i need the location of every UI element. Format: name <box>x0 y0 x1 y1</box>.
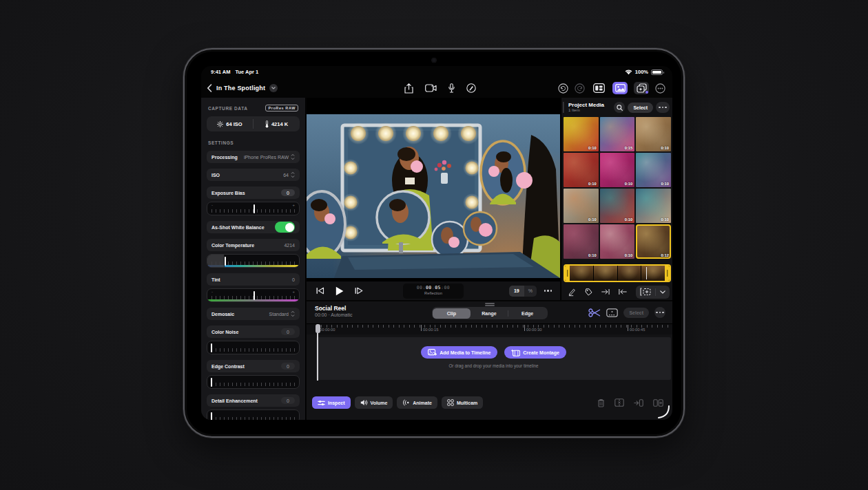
color-temp-value[interactable]: 4214 <box>284 243 295 248</box>
media-select-button[interactable]: Select <box>628 103 653 113</box>
redo-icon[interactable] <box>575 83 585 94</box>
color-temp-slider[interactable] <box>207 254 300 268</box>
media-thumb-pink-sweater[interactable]: 0:15 <box>600 117 635 151</box>
media-thumb-teal-room-trio[interactable]: 0:10 <box>636 153 671 187</box>
media-search-button[interactable] <box>614 102 625 113</box>
pencil-tool-icon[interactable] <box>466 83 476 93</box>
inspect-button[interactable]: Inspect <box>312 396 351 409</box>
edge-contrast-value[interactable]: 0 <box>281 363 295 370</box>
iso-row[interactable]: ISO 64 <box>207 169 300 181</box>
media-thumb-vanity-mirror[interactable]: 0:12 <box>636 224 671 259</box>
timeline-more-button[interactable] <box>654 307 665 318</box>
create-montage-button[interactable]: Create Montage <box>504 346 566 359</box>
clip-duration: 0:10 <box>661 146 669 150</box>
exposure-bias-value[interactable]: 0 <box>281 189 295 196</box>
timeline-ruler[interactable]: 00:00:0000:00:1500:00:3000:00:45 <box>307 323 672 334</box>
viewer-more-icon[interactable] <box>544 290 552 292</box>
minus-sign: - <box>211 203 213 207</box>
animate-button[interactable]: Animate <box>397 396 437 409</box>
media-thumb-motel-sign[interactable]: 0:10 <box>600 189 635 223</box>
media-panel-title: Project Media <box>568 102 604 108</box>
media-thumb-magenta-portrait[interactable]: 0:10 <box>600 153 635 187</box>
viewer-zoom-control[interactable]: 19 % <box>509 286 537 297</box>
append-clip-icon[interactable] <box>601 288 610 295</box>
detail-enhancement-value[interactable]: 0 <box>281 397 295 404</box>
white-balance-toggle[interactable] <box>275 222 295 233</box>
mic-icon[interactable] <box>448 83 455 93</box>
media-thumb-closeup-smile[interactable]: 0:10 <box>564 153 599 187</box>
effects-panel-button[interactable] <box>634 82 649 94</box>
trim-handle-left[interactable] <box>565 266 570 281</box>
playhead[interactable] <box>317 324 318 381</box>
play-icon[interactable] <box>335 286 344 296</box>
sun-icon <box>217 121 223 127</box>
slider-handle[interactable] <box>254 291 255 300</box>
color-noise-slider[interactable] <box>207 341 300 354</box>
add-media-button[interactable]: Add Media to Timeline <box>421 346 497 359</box>
scissors-icon[interactable] <box>588 308 601 317</box>
processing-row[interactable]: Processing iPhone ProRes RAW <box>207 151 300 163</box>
slider-handle[interactable] <box>254 204 255 213</box>
tint-slider[interactable]: - + <box>207 288 300 302</box>
trim-handle-right[interactable] <box>665 266 670 281</box>
montage-icon <box>511 349 520 356</box>
wb-capture-button[interactable]: 4214 K <box>254 116 300 131</box>
battery-icon <box>651 70 663 75</box>
tint-label: Tint <box>211 277 220 282</box>
step-forward-icon[interactable] <box>355 287 363 295</box>
volume-button[interactable]: Volume <box>355 396 393 409</box>
clip-appearance-icon[interactable] <box>606 308 618 317</box>
video-viewer[interactable] <box>307 98 560 281</box>
edge-contrast-slider[interactable] <box>207 375 300 389</box>
multicam-button[interactable]: Multicam <box>442 396 483 409</box>
slider-handle[interactable] <box>211 378 212 387</box>
tag-icon[interactable] <box>585 288 592 297</box>
delete-icon[interactable] <box>597 398 605 407</box>
undo-icon[interactable] <box>558 83 568 94</box>
project-title[interactable]: In The Spotlight <box>216 85 265 92</box>
volume-label: Volume <box>371 401 388 405</box>
blade-icon[interactable] <box>614 398 624 407</box>
demosaic-row[interactable]: Demosaic Standard <box>207 308 300 320</box>
exposure-bias-slider[interactable]: - + <box>207 202 300 215</box>
media-thumb-motel-dance[interactable]: 0:10 <box>564 189 599 223</box>
mode-edge[interactable]: Edge <box>508 308 546 319</box>
browser-panel-button[interactable] <box>591 82 606 94</box>
timeline-select-button[interactable]: Select <box>623 308 649 318</box>
color-noise-label: Color Noise <box>211 330 238 334</box>
title-menu-button[interactable] <box>269 84 278 92</box>
slider-handle[interactable] <box>225 257 226 266</box>
overwrite-clip-button[interactable] <box>636 286 655 299</box>
detail-enhancement-row: Detail Enhancement 0 <box>207 394 300 407</box>
capture-data-buttons: 64 ISO 4214 K <box>207 116 300 131</box>
edit-options-button[interactable] <box>656 286 670 299</box>
back-icon[interactable] <box>207 84 212 92</box>
tint-value[interactable]: 0 <box>292 277 295 282</box>
timeline-resize-handle[interactable] <box>485 303 495 306</box>
mode-clip[interactable]: Clip <box>433 308 471 319</box>
media-thumb-floral-bedroom[interactable]: 0:10 <box>564 224 599 259</box>
slider-handle[interactable] <box>211 343 212 352</box>
slider-handle[interactable] <box>211 412 212 420</box>
color-noise-value[interactable]: 0 <box>281 328 295 335</box>
insert-edit-icon[interactable] <box>634 399 643 407</box>
media-thumb-lying-floor[interactable]: 0:10 <box>636 117 671 151</box>
status-date: Tue Apr 1 <box>235 69 258 75</box>
mode-range[interactable]: Range <box>471 308 508 319</box>
detail-enhancement-slider[interactable] <box>207 409 300 420</box>
media-more-button[interactable] <box>656 102 670 113</box>
more-menu-icon[interactable] <box>655 83 665 94</box>
selected-clip-filmstrip[interactable] <box>564 264 671 282</box>
media-thumb-friends-hug[interactable]: 0:10 <box>564 117 599 151</box>
iso-capture-label: 64 ISO <box>226 121 242 127</box>
camera-icon[interactable] <box>425 84 437 92</box>
insert-clip-icon[interactable] <box>619 288 627 295</box>
media-thumb-motel-group[interactable]: 0:10 <box>636 189 671 223</box>
iso-capture-button[interactable]: 64 ISO <box>207 116 253 131</box>
step-back-icon[interactable] <box>316 287 324 295</box>
draw-tool-icon[interactable] <box>568 288 576 297</box>
media-thumb-pink-bed[interactable]: 0:10 <box>600 224 635 259</box>
share-icon[interactable] <box>404 83 413 94</box>
media-panel-button[interactable] <box>612 82 628 94</box>
timecode-display[interactable]: 00:00:05:00 Reflection <box>403 284 464 299</box>
